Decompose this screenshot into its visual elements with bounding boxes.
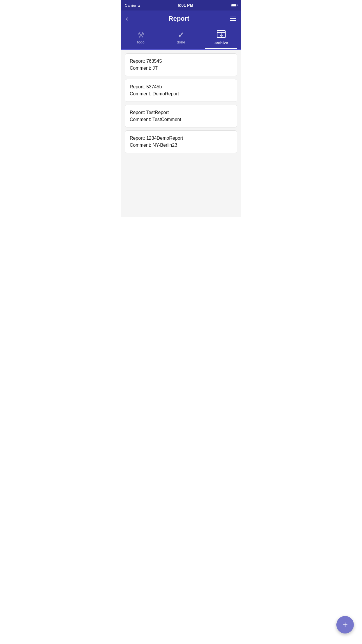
tab-bar: ⚒ todo ✓ done archive (121, 27, 241, 50)
page-title: Report (169, 15, 189, 22)
nav-header: ‹ Report (121, 10, 241, 27)
tab-archive[interactable]: archive (201, 29, 241, 46)
tab-todo-label: todo (137, 40, 144, 44)
check-icon: ✓ (178, 31, 184, 39)
report-card[interactable]: Report: 763545Comment: JT (125, 53, 237, 76)
report-label: Report: 763545 (130, 58, 232, 65)
status-bar: Carrier ▴ 6:01 PM (121, 0, 241, 10)
back-button[interactable]: ‹ (126, 15, 128, 22)
status-bar-right (231, 4, 237, 7)
menu-button[interactable] (230, 17, 236, 21)
svg-rect-1 (217, 31, 225, 33)
comment-label: Comment: DemoReport (130, 90, 232, 97)
comment-label: Comment: JT (130, 65, 232, 72)
tab-done[interactable]: ✓ done (161, 30, 201, 46)
wifi-icon: ▴ (138, 3, 140, 8)
tab-done-label: done (177, 40, 185, 44)
status-bar-left: Carrier ▴ (125, 3, 140, 8)
report-card[interactable]: Report: 53745bComment: DemoReport (125, 79, 237, 102)
tools-icon: ⚒ (138, 31, 144, 39)
tab-todo[interactable]: ⚒ todo (121, 30, 161, 46)
comment-label: Comment: NY-Berlin23 (130, 142, 232, 149)
comment-label: Comment: TestComment (130, 116, 232, 123)
report-label: Report: 53745b (130, 83, 232, 90)
content-area: Report: 763545Comment: JTReport: 53745bC… (121, 50, 241, 217)
archive-icon (217, 30, 226, 39)
tab-archive-label: archive (215, 41, 228, 45)
report-label: Report: 1234DemoReport (130, 135, 232, 142)
report-label: Report: TestReport (130, 109, 232, 116)
report-card[interactable]: Report: TestReportComment: TestComment (125, 105, 237, 127)
report-card[interactable]: Report: 1234DemoReportComment: NY-Berlin… (125, 130, 237, 153)
battery-icon (231, 4, 237, 7)
carrier-label: Carrier (125, 3, 136, 8)
status-bar-time: 6:01 PM (178, 3, 193, 8)
